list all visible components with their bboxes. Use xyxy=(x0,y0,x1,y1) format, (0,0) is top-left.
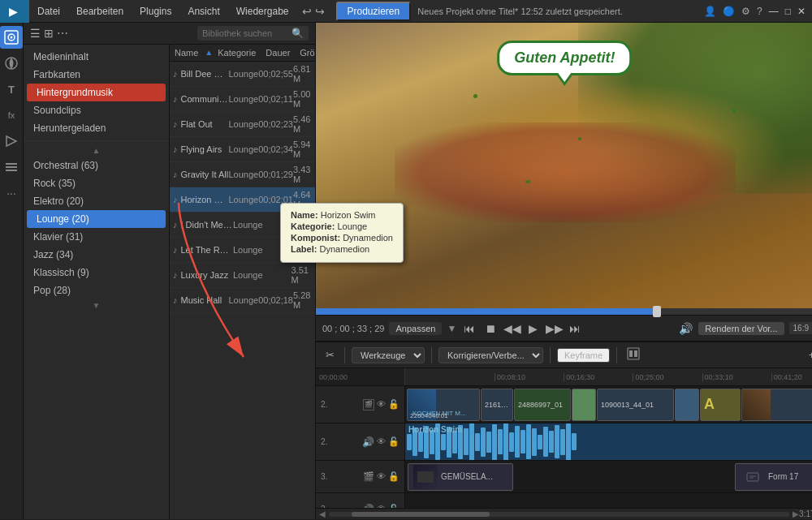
track-lock-icon[interactable]: 🔓 xyxy=(388,436,400,448)
cat-farbkarten[interactable]: Farbkarten xyxy=(24,66,169,84)
scissors-icon[interactable]: ✂ xyxy=(322,347,338,363)
sidebar-effects-icon[interactable]: fx xyxy=(0,104,23,127)
file-row[interactable]: ♪ Music Hall Lounge 00;02;18 5.28 M xyxy=(170,288,315,313)
cat-elektro[interactable]: Elektro (20) xyxy=(24,192,169,210)
preview-play[interactable]: ▶ xyxy=(525,322,541,335)
progress-handle[interactable] xyxy=(653,306,661,317)
settings-icon[interactable]: ⚙ xyxy=(741,6,750,17)
sidebar-color-icon[interactable] xyxy=(0,52,23,75)
track-audio-icon[interactable]: 🔊 xyxy=(362,436,374,448)
scroll-right-icon[interactable]: ▶ xyxy=(793,509,799,518)
menu-wiedergabe[interactable]: Wiedergabe xyxy=(228,0,297,23)
menu-ansicht[interactable]: Ansicht xyxy=(179,0,227,23)
tooltip-composer: Komponist: Dynamedion xyxy=(291,233,393,243)
sidebar-template-icon[interactable] xyxy=(0,156,23,178)
sidebar-transition-icon[interactable] xyxy=(0,130,23,153)
video-clip-4[interactable] xyxy=(675,389,699,421)
menu-datei[interactable]: Datei xyxy=(29,0,68,23)
cat-hintergrundmusik[interactable]: Hintergrundmusik xyxy=(27,84,166,101)
video-clip-226[interactable]: 22604046:01 xyxy=(741,389,812,421)
col-name[interactable]: Name xyxy=(170,48,203,58)
scroll-down-arrow[interactable]: ▼ xyxy=(24,299,169,312)
zoom-in-icon[interactable]: + xyxy=(806,347,812,363)
col-category[interactable]: Kategorie xyxy=(213,48,261,58)
produce-button[interactable]: Produzieren xyxy=(336,2,412,21)
list-view-icon[interactable]: ☰ xyxy=(30,27,41,40)
track-video-2-icon[interactable]: 🎬 xyxy=(363,471,374,482)
cat-orchestral[interactable]: Orchestral (63) xyxy=(24,157,169,174)
cloud-icon[interactable]: 🔵 xyxy=(723,6,735,17)
sidebar-more-icon[interactable]: ··· xyxy=(0,182,23,204)
preview-rewind[interactable]: ◀◀ xyxy=(503,322,520,335)
grid-view-icon[interactable]: ⊞ xyxy=(44,27,54,40)
preview-stop[interactable]: ⏹ xyxy=(482,322,499,335)
sidebar-text-icon[interactable]: T xyxy=(0,78,23,101)
track-eye-icon[interactable]: 👁 xyxy=(377,399,386,410)
video-clip-3[interactable] xyxy=(572,389,596,421)
cat-klassisch[interactable]: Klassisch (9) xyxy=(24,264,169,281)
video-clip-24[interactable]: 24886997_01 xyxy=(514,389,571,421)
col-size[interactable]: Größe xyxy=(295,48,315,58)
undo-button[interactable]: ↩ xyxy=(302,5,312,18)
search-icon[interactable]: 🔍 xyxy=(292,28,304,39)
library-panel: ☰ ⊞ ⋯ 🔍 Medieninhalt Farbkarten Hintergr… xyxy=(24,23,316,519)
tile-view-icon[interactable]: ⋯ xyxy=(57,27,68,40)
redo-button[interactable]: ↪ xyxy=(315,5,325,18)
render-button[interactable]: Rendern der Vor... xyxy=(698,322,784,335)
help-icon[interactable]: ? xyxy=(757,6,762,17)
track-lock-icon[interactable]: 🔓 xyxy=(388,471,400,482)
preview-progress-bar[interactable] xyxy=(316,308,812,315)
file-row[interactable]: ♪ Luxury Jazz Lounge 3.51 M xyxy=(170,263,315,288)
minimize-icon[interactable]: — xyxy=(769,6,779,17)
video-clip-109[interactable]: 1090013_44_01 xyxy=(597,389,674,421)
col-duration[interactable]: Dauer xyxy=(261,48,295,58)
horizontal-scrollbar-thumb[interactable] xyxy=(352,512,490,517)
video-clip-a[interactable]: A xyxy=(700,389,741,421)
horizontal-scrollbar-track[interactable] xyxy=(329,512,789,517)
file-row[interactable]: ♪ Flying Airs Lounge 00;02;34 5.94 M xyxy=(170,137,315,162)
adapt-chevron[interactable]: ▼ xyxy=(447,323,456,334)
track-lock-icon[interactable]: 🔓 xyxy=(388,399,400,410)
cat-soundclips[interactable]: Soundclips xyxy=(24,101,169,119)
main-area: T fx ··· ☰ ⊞ ⋯ 🔍 Medieninhalt Far xyxy=(0,23,812,519)
file-row[interactable]: ♪ Gravity It All Lounge 00;01;29 3.43 M xyxy=(170,162,315,187)
account-icon[interactable]: 👤 xyxy=(704,6,716,17)
close-icon[interactable]: ✕ xyxy=(797,6,806,17)
bottom-scroll-bar[interactable]: ◀ ▶ 3:17 4:19 xyxy=(316,508,812,519)
file-row[interactable]: ♪ Flat Out Lounge 00;02;23 5.46 M xyxy=(170,112,315,137)
preview-skip-forward[interactable]: ⏭ xyxy=(567,322,583,335)
cat-heruntergeladen[interactable]: Heruntergeladen xyxy=(24,119,169,137)
keyframe-button[interactable]: Keyframe xyxy=(557,348,610,363)
tools-dropdown[interactable]: Werkzeuge xyxy=(352,347,425,363)
video-clip-21[interactable]: 21613417 xyxy=(481,389,513,421)
audio-waveform[interactable]: Horizon Swim (function() { var heights =… xyxy=(405,423,812,460)
track-video-icon[interactable]: 🎬 xyxy=(363,399,374,410)
preview-forward[interactable]: ▶▶ xyxy=(546,322,562,335)
track-eye-icon[interactable]: 👁 xyxy=(377,436,386,448)
subtitle-clip-gemuse[interactable]: GEMÜSELA... xyxy=(408,463,513,491)
cat-jazz[interactable]: Jazz (34) xyxy=(24,246,169,264)
scroll-up-arrow[interactable]: ▲ xyxy=(24,144,169,157)
volume-icon[interactable]: 🔊 xyxy=(677,322,693,335)
sidebar-media-icon[interactable] xyxy=(0,26,23,49)
menu-bearbeiten[interactable]: Bearbeiten xyxy=(68,0,132,23)
undo-redo-group: ↩ ↪ xyxy=(302,5,325,18)
maximize-icon[interactable]: □ xyxy=(785,6,791,17)
scroll-left-icon[interactable]: ◀ xyxy=(319,509,326,518)
cat-medieninhalt[interactable]: Medieninhalt xyxy=(24,48,169,66)
preview-skip-back[interactable]: ⏮ xyxy=(461,322,477,335)
correct-dropdown[interactable]: Korrigieren/Verbe... xyxy=(438,347,543,363)
subtitle-clip-form17[interactable]: Form 17 xyxy=(735,463,812,491)
cat-lounge[interactable]: Lounge (20) xyxy=(27,210,166,228)
track-eye-icon[interactable]: 👁 xyxy=(377,471,386,482)
file-row[interactable]: ♪ Community Picnic Lounge 00;02;11 5.00 … xyxy=(170,87,315,112)
cat-pop[interactable]: Pop (28) xyxy=(24,281,169,299)
search-input[interactable] xyxy=(202,28,292,38)
adapt-button[interactable]: Anpassen xyxy=(389,322,442,335)
app-logo: ▶ xyxy=(0,0,29,23)
cat-klavier[interactable]: Klavier (31) xyxy=(24,228,169,246)
file-row[interactable]: ♪ Bill Dee Harlem Lounge 00;02;55 6.81 M xyxy=(170,62,315,87)
cat-rock[interactable]: Rock (35) xyxy=(24,174,169,192)
storyboard-icon[interactable] xyxy=(624,346,643,364)
menu-plugins[interactable]: Plugins xyxy=(132,0,179,23)
